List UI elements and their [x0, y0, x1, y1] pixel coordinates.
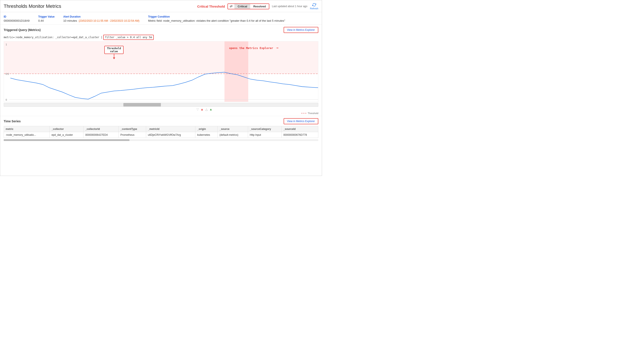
resolved-status-button[interactable]: Resolved: [250, 4, 269, 9]
bottom-scroll-thumb[interactable]: [4, 139, 130, 141]
query-highlight: filter _value > 0.4 all any 5m: [103, 35, 154, 40]
table-cell: u6DjeCRiYwkWGVlfOw7Arg: [146, 132, 195, 138]
svg-text:1: 1: [6, 43, 7, 46]
svg-text:0: 0: [6, 98, 7, 101]
threshold-legend-label: Threshold: [308, 112, 318, 114]
timeline-scrollbar[interactable]: [4, 103, 318, 107]
timeline-thumb[interactable]: [124, 103, 161, 106]
annotation-metrics-explorer: opens the Metrics Explorer: [229, 46, 273, 50]
table-cell: 000000000676D778: [282, 132, 318, 138]
header-right: Critical Threshold Critical Resolved Las…: [197, 3, 318, 10]
table-cell: Http Input: [248, 132, 282, 138]
trigger-value-col: Trigger Value 0.44: [38, 15, 54, 22]
alert-duration-main: 10 minutes (23/02/2023 10:11:55 AM - 23/…: [63, 19, 140, 22]
table-cell: Prometheus: [118, 132, 146, 138]
link-icon-wrapper: [228, 4, 234, 9]
alert-duration-minutes: 10 minutes: [63, 19, 77, 22]
chart-section-header: Triggered Query (Metrics) View in Metric…: [4, 27, 318, 33]
time-series-section: Time Series View in Metrics Explorer met…: [0, 116, 322, 144]
col-source: _source: [218, 126, 248, 132]
alert-duration-col: Alert Duration 10 minutes (23/02/2023 10…: [63, 15, 140, 22]
col-contenttype: _contentType: [118, 126, 146, 132]
trigger-condition-value: Metric field :node_memory_utilisation: v…: [148, 19, 318, 22]
annotation-threshold-value-line1: Threshold: [107, 47, 121, 50]
page-title: Thresholds Monitor Metrics: [4, 4, 61, 9]
trigger-value: 0.44: [38, 19, 54, 22]
col-sourceid: _sourceId: [282, 126, 318, 132]
svg-rect-2: [224, 42, 248, 102]
chart-section: Triggered Query (Metrics) View in Metric…: [0, 25, 322, 114]
id-value: 00000000001D18A9: [4, 19, 30, 22]
threshold-legend: Threshold: [4, 112, 318, 114]
trigger-value-label: Trigger Value: [38, 15, 54, 18]
chart-title: Triggered Query (Metrics): [4, 28, 40, 32]
col-collector: _collector: [50, 126, 84, 132]
col-collectorid: _collectorId: [84, 126, 118, 132]
time-series-title: Time Series: [4, 120, 20, 123]
view-in-metrics-explorer-top-button[interactable]: View in Metrics Explorer: [284, 27, 318, 33]
threshold-dash-icon: [301, 113, 306, 114]
trigger-condition-label: Trigger Condition: [148, 15, 318, 18]
link-icon: [230, 5, 233, 8]
col-metricid: _metricId: [146, 126, 195, 132]
query-bar: metric=:node_memory_utilisation: _collec…: [4, 35, 318, 40]
table-cell: (default-metrics): [218, 132, 248, 138]
marker-triangle-4: ▲: [210, 108, 212, 111]
bottom-scrollbar[interactable]: [4, 139, 318, 141]
id-col: ID 00000000001D18A9: [4, 15, 30, 22]
chart-svg: 1 0.5 0: [4, 42, 318, 102]
meta-section: ID 00000000001D18A9 Trigger Value 0.44 A…: [0, 12, 322, 25]
refresh-button[interactable]: Refresh: [310, 3, 318, 10]
marker-triangle-3: △: [205, 108, 208, 111]
svg-text:0.5: 0.5: [6, 73, 9, 75]
refresh-label: Refresh: [310, 7, 318, 10]
col-metric: metric: [4, 126, 50, 132]
alert-duration-label: Alert Duration: [63, 15, 140, 18]
table-row: :node_memory_utilisatio...epd_dat_a_clus…: [4, 132, 318, 138]
marker-triangle-1: ▽: [196, 108, 199, 111]
chart-container: 1 0.5 0 07:07 Feb 23 07:20 07:33 07:46 0…: [4, 41, 318, 102]
refresh-icon: [312, 3, 316, 7]
alert-duration-range: (23/02/2023 10:11:55 AM - 23/02/2023 10:…: [79, 19, 140, 22]
query-prefix: metric=:node_memory_utilisation: _collec…: [4, 36, 102, 39]
trigger-condition-col: Trigger Condition Metric field :node_mem…: [148, 15, 318, 22]
page-wrapper: Thresholds Monitor Metrics Critical Thre…: [0, 0, 322, 176]
marker-triangle-2: ▲: [200, 108, 204, 111]
last-updated-text: Last updated about 1 hour ago: [272, 5, 307, 8]
annotation-threshold-value-line2: value: [110, 50, 118, 53]
critical-status-button[interactable]: Critical: [234, 4, 250, 9]
id-label: ID: [4, 15, 30, 18]
table-cell: epd_dat_a_cluster: [50, 132, 84, 138]
table-cell: 000000006427ED4: [84, 132, 118, 138]
table-cell: kubernetes: [195, 132, 218, 138]
critical-threshold-annotation: Critical Threshold: [197, 4, 225, 8]
time-series-table: metric _collector _collectorId _contentT…: [4, 126, 318, 138]
view-in-metrics-explorer-bottom-button[interactable]: View in Metrics Explorer: [284, 118, 318, 124]
table-cell: :node_memory_utilisatio...: [4, 132, 50, 138]
header: Thresholds Monitor Metrics Critical Thre…: [0, 0, 322, 12]
col-sourcecategory: _sourceCategory: [248, 126, 282, 132]
event-markers: ▽ ▲ △ ▲: [4, 108, 318, 111]
table-header-row: metric _collector _collectorId _contentT…: [4, 126, 318, 132]
status-group: Critical Resolved: [228, 4, 269, 9]
col-origin: _origin: [195, 126, 218, 132]
time-series-header: Time Series View in Metrics Explorer: [4, 118, 318, 124]
